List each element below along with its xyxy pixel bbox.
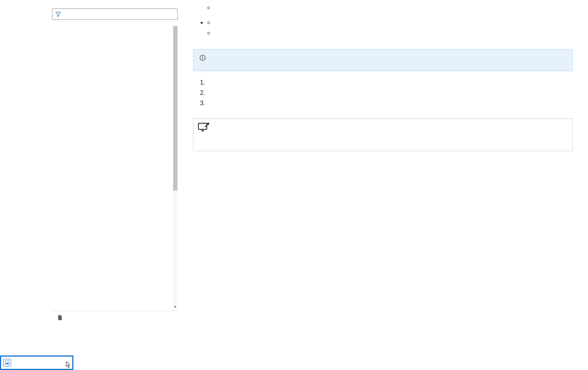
installer-icon <box>3 359 11 367</box>
filter-input[interactable] <box>64 11 174 17</box>
svg-rect-5 <box>6 363 8 364</box>
download-shelf-item[interactable]: ⌃ <box>0 355 73 370</box>
list-item <box>214 18 573 28</box>
download-pdf-button[interactable] <box>52 311 178 324</box>
svg-rect-2 <box>202 57 203 59</box>
important-callout <box>193 49 573 71</box>
list-item <box>207 18 573 38</box>
setup-screenshot-panel <box>193 118 573 151</box>
list-item <box>214 28 573 38</box>
list-item <box>207 78 573 88</box>
sidebar: ▾ <box>0 0 178 370</box>
list-item <box>214 3 573 13</box>
svg-point-1 <box>202 56 203 57</box>
cursor-icon <box>66 361 71 368</box>
list-item <box>207 99 573 108</box>
nav-tree: ▾ <box>52 26 178 309</box>
scroll-down-icon[interactable]: ▾ <box>173 304 178 309</box>
filter-icon <box>55 11 61 17</box>
setup-icon <box>198 122 210 132</box>
scrollbar[interactable]: ▾ <box>173 26 178 309</box>
info-icon <box>200 55 206 61</box>
download-icon <box>57 315 63 320</box>
filter-input-container[interactable] <box>52 8 178 20</box>
main-content <box>178 0 588 370</box>
list-item <box>207 88 573 98</box>
